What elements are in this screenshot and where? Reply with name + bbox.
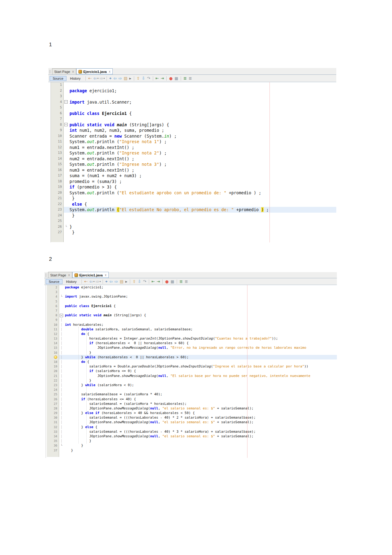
fold-collapse-icon[interactable]: − bbox=[60, 314, 63, 317]
code-line[interactable]: 15│ JOptionPane.showMessageDialog(null, … bbox=[47, 345, 337, 350]
shift-right-icon[interactable]: ⇥ bbox=[160, 76, 164, 81]
code-line[interactable]: 13System.out.println ("Ingrese nota 2") … bbox=[51, 150, 336, 156]
code-line[interactable]: 14│ if (horasLaborales < 0 || horasLabor… bbox=[47, 341, 337, 345]
code-line[interactable]: 25│ salarioSemanalbase = (salarioHora * … bbox=[47, 392, 337, 397]
code-line[interactable]: 22 else { bbox=[51, 201, 336, 207]
code-line[interactable]: 3 bbox=[47, 290, 337, 294]
fold-collapse-icon[interactable]: − bbox=[64, 100, 68, 104]
code-line[interactable]: 6public class Ejercicio1 { bbox=[51, 111, 336, 116]
code-line[interactable]: 26└} bbox=[51, 224, 336, 230]
hint-bulb-icon[interactable] bbox=[54, 355, 57, 359]
back-icon[interactable]: ⇦ bbox=[93, 76, 97, 81]
shift-right-icon[interactable]: ⇥ bbox=[156, 279, 160, 284]
code-line[interactable]: 30│ salarioSemanal = (((horasLaborales -… bbox=[47, 415, 337, 420]
back-icon-dropdown[interactable]: ▾ bbox=[97, 77, 99, 80]
code-line[interactable]: 7 bbox=[51, 116, 336, 122]
code-line[interactable]: 18promedio = (suma/3) ; bbox=[51, 179, 336, 184]
toolbar-grip[interactable] bbox=[49, 70, 51, 74]
code-line[interactable]: 6public class Ejercicio1 { bbox=[47, 304, 337, 308]
code-line[interactable]: 32│ } else { bbox=[47, 425, 337, 429]
code-line[interactable]: 18│ do { bbox=[47, 359, 337, 364]
code-line[interactable]: 4−import java.util.Scanner; bbox=[51, 99, 336, 105]
toggle-highlight-icon[interactable]: ▤ bbox=[119, 279, 124, 284]
fold-collapse-icon[interactable]: − bbox=[64, 123, 68, 126]
code-editor[interactable]: 12package ejercicio1;34−import java.util… bbox=[48, 82, 336, 242]
code-line[interactable]: 27│ salarioSemanal = (salarioHora * hora… bbox=[47, 401, 337, 406]
stop-macro-icon[interactable]: ■ bbox=[174, 76, 179, 81]
code-line[interactable]: 24│ bbox=[47, 387, 337, 392]
toolbar-grip[interactable] bbox=[45, 273, 47, 277]
back-icon-dropdown[interactable]: ▾ bbox=[93, 280, 95, 283]
select-in-icon[interactable]: ▸ bbox=[129, 76, 132, 81]
code-line[interactable]: 29│ } else if (horasLaborales > 40 && ho… bbox=[47, 411, 337, 415]
tab-ejercicio1-java[interactable]: Ejercicio1.javax bbox=[76, 68, 113, 74]
record-macro-icon[interactable]: ● bbox=[168, 76, 173, 81]
find-selection-icon[interactable]: ⌖ bbox=[105, 279, 108, 284]
code-line[interactable]: 22│ } bbox=[47, 378, 337, 383]
code-line[interactable]: 16num3 = entrada.nextInt() ; bbox=[51, 167, 336, 173]
previous-bookmark-icon[interactable]: ⇧ bbox=[136, 76, 141, 81]
code-line[interactable]: 10│int horasLaborales; bbox=[47, 322, 337, 327]
code-line[interactable]: 11System.out.println ("Ingrese nota 1") … bbox=[51, 139, 336, 145]
code-line[interactable]: 25 bbox=[51, 218, 336, 224]
fold-margin[interactable]: − bbox=[64, 99, 68, 105]
tab-start-page[interactable]: Start Pagex bbox=[48, 272, 72, 278]
code-line[interactable]: 31│ JOptionPane.showMessageDialog(null, … bbox=[47, 420, 337, 424]
forward-icon-dropdown[interactable]: ▾ bbox=[104, 77, 105, 80]
code-line[interactable]: │ } while (horasLaborales < 0 || horasLa… bbox=[47, 355, 337, 359]
code-line[interactable]: 28│ JOptionPane.showMessageDialog(null, … bbox=[47, 406, 337, 411]
fold-margin[interactable]: − bbox=[64, 122, 68, 128]
history-button[interactable]: History bbox=[67, 76, 84, 81]
code-line[interactable]: 20│ if (salarioHora <= 0) { bbox=[47, 369, 337, 373]
code-editor[interactable]: 2package ejercicio1;34└import javax.swin… bbox=[44, 285, 337, 458]
tab-close-icon[interactable]: x bbox=[105, 273, 106, 277]
code-line[interactable]: 12│ do { bbox=[47, 332, 337, 336]
code-line[interactable]: 5 bbox=[51, 105, 336, 111]
code-line[interactable]: 5 bbox=[47, 299, 337, 304]
code-line[interactable]: 10Scanner entrada = new Scanner (System.… bbox=[51, 133, 336, 139]
code-line[interactable]: 16│ } bbox=[47, 350, 337, 355]
history-button[interactable]: History bbox=[63, 279, 80, 284]
source-button[interactable]: Source bbox=[46, 279, 62, 284]
uncomment-icon[interactable]: ≣ bbox=[184, 279, 189, 284]
code-line[interactable]: 13│ horasLaborales = Integer.parseInt(JO… bbox=[47, 336, 337, 341]
back-icon[interactable]: ⇦ bbox=[89, 279, 93, 284]
toggle-bookmark-icon[interactable]: ↷ bbox=[146, 76, 151, 81]
code-line[interactable]: 23System.out.println ("El estudiante No … bbox=[51, 207, 336, 213]
code-line[interactable]: 15System.out.println ("Ingrese nota 3") … bbox=[51, 162, 336, 167]
code-line[interactable]: 19if (promedio > 3) { bbox=[51, 184, 336, 190]
tab-close-icon[interactable]: x bbox=[109, 70, 110, 73]
select-in-icon[interactable]: ▸ bbox=[125, 279, 128, 284]
fold-margin[interactable]: − bbox=[59, 313, 64, 317]
forward-icon[interactable]: ⇨ bbox=[99, 76, 104, 81]
code-line[interactable]: 24 } bbox=[51, 213, 336, 219]
code-line[interactable]: 14num2 = entrada.nextInt() ; bbox=[51, 156, 336, 162]
shift-left-icon[interactable]: ⇤ bbox=[151, 279, 156, 284]
shift-left-icon[interactable]: ⇤ bbox=[155, 76, 160, 81]
forward-icon-dropdown[interactable]: ▾ bbox=[100, 280, 101, 283]
code-line[interactable]: 35│ } bbox=[47, 439, 337, 443]
code-line[interactable]: 21 } bbox=[51, 196, 336, 201]
code-line[interactable]: 2package ejercicio1; bbox=[51, 88, 336, 94]
code-line[interactable]: 8−public static void main (String[]args)… bbox=[47, 313, 337, 317]
code-line[interactable]: 1 bbox=[51, 82, 336, 88]
code-line[interactable]: 8−public static void main (String[]args)… bbox=[51, 122, 336, 128]
find-next-icon[interactable]: ⇨ bbox=[114, 279, 119, 284]
code-line[interactable]: 23│ } while (salarioHora < 0); bbox=[47, 383, 337, 387]
find-previous-icon[interactable]: ⇦ bbox=[113, 76, 117, 81]
toggle-highlight-icon[interactable]: ▤ bbox=[123, 76, 128, 81]
code-line[interactable]: 26│ if (horasLaborales <= 40) { bbox=[47, 397, 337, 401]
code-line[interactable]: 12num1 = entrada.nextInt() ; bbox=[51, 145, 336, 150]
code-line[interactable]: 4└import javax.swing.JOptionPane; bbox=[47, 294, 337, 299]
code-line[interactable]: 34│ JOptionPane.showMessageDialog(null, … bbox=[47, 434, 337, 439]
code-line[interactable]: 3 bbox=[51, 93, 336, 99]
record-macro-icon[interactable]: ● bbox=[164, 279, 169, 284]
next-bookmark-icon[interactable]: ⇩ bbox=[137, 279, 142, 284]
previous-bookmark-icon[interactable]: ⇧ bbox=[132, 279, 137, 284]
comment-icon[interactable]: ≣ bbox=[179, 279, 183, 284]
code-line[interactable]: 7 bbox=[47, 308, 337, 313]
code-line[interactable]: 19│ salarioHora = Double.parseDouble(JOp… bbox=[47, 364, 337, 369]
code-line[interactable]: 21│ JOptionPane.showMessageDialog(null, … bbox=[47, 374, 337, 378]
code-line[interactable]: 36└ } bbox=[47, 443, 337, 448]
toggle-bookmark-icon[interactable]: ↷ bbox=[142, 279, 147, 284]
